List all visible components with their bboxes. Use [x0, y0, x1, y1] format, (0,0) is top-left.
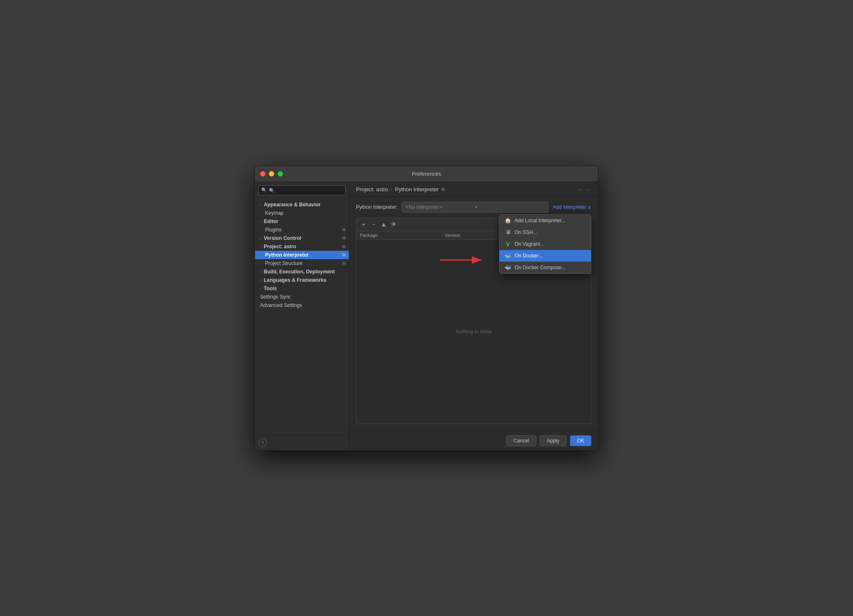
home-icon: 🏠: [505, 217, 511, 224]
chevron-right-icon: ›: [260, 286, 261, 291]
dropdown-item-label: On Docker Compose...: [515, 265, 566, 270]
plugins-badge-icon: ⊞: [342, 227, 346, 232]
back-button[interactable]: ←: [578, 186, 584, 193]
sidebar-item-label: Version Control: [264, 235, 301, 241]
sidebar-item-appearance[interactable]: › Appearance & Behavior: [255, 200, 349, 209]
interpreter-row: Python Interpreter: <No interpreter> ▾ A…: [349, 197, 598, 218]
add-interpreter-dropdown: 🏠 Add Local Interpreter... 🖥 On SSH... V…: [499, 214, 591, 274]
sidebar-item-project-structure[interactable]: Project Structure ⊞: [255, 259, 349, 268]
python-interpreter-badge-icon: ⊞: [342, 252, 346, 257]
sidebar-item-keymap[interactable]: Keymap: [255, 209, 349, 217]
title-bar: Preferences: [255, 166, 598, 182]
close-button[interactable]: [260, 171, 265, 177]
interpreter-select[interactable]: <No interpreter> ▾: [402, 202, 549, 213]
maximize-button[interactable]: [278, 171, 283, 177]
sidebar-item-tools[interactable]: › Tools: [255, 284, 349, 293]
cancel-button[interactable]: Cancel: [506, 435, 536, 446]
interpreter-label: Python Interpreter:: [356, 204, 398, 210]
project-badge-icon: ⊞: [342, 244, 346, 249]
sidebar-item-label: Tools: [264, 286, 277, 291]
breadcrumb: Project: astro › Python Interpreter ⊞: [356, 186, 445, 192]
chevron-down-icon: ›: [259, 246, 263, 247]
docker-icon: 🐳: [505, 252, 511, 259]
bottom-bar: Cancel Apply OK: [349, 431, 598, 450]
sidebar-item-settings-sync[interactable]: Settings Sync: [255, 293, 349, 301]
breadcrumb-settings-icon: ⊞: [441, 187, 445, 192]
col-package-header: Package: [360, 233, 445, 238]
dropdown-item-on-docker-compose[interactable]: 🐳 On Docker Compose...: [499, 262, 591, 273]
sidebar-item-label: Appearance & Behavior: [264, 202, 320, 208]
sidebar-item-label: Plugins: [265, 227, 281, 233]
add-interpreter-label: Add Interpreter: [553, 204, 586, 210]
sidebar-items: › Appearance & Behavior Keymap › Editor …: [255, 199, 349, 435]
sidebar-item-label: Advanced Settings: [260, 302, 302, 308]
remove-package-button[interactable]: −: [369, 220, 378, 229]
sidebar-item-label: Build, Execution, Deployment: [264, 269, 335, 275]
chevron-right-icon: ›: [260, 219, 261, 224]
sidebar-item-label: Python Interpreter: [265, 252, 309, 258]
vagrant-icon: V: [505, 241, 511, 247]
up-button[interactable]: ▲: [379, 220, 388, 229]
search-box[interactable]: 🔍: [258, 185, 346, 195]
select-dropdown-arrow-icon: ▾: [475, 205, 545, 209]
empty-state-text: Nothing to show: [455, 329, 492, 335]
sidebar-bottom: ?: [255, 435, 349, 450]
sidebar-item-label: Languages & Frameworks: [264, 277, 326, 283]
preferences-window: Preferences 🔍 › Appearance & Behavior Ke…: [255, 166, 598, 451]
sidebar-item-label: Editor: [264, 218, 278, 224]
ok-button[interactable]: OK: [570, 435, 591, 446]
sidebar-item-version-control[interactable]: › Version Control ⊞: [255, 234, 349, 242]
sidebar-item-python-interpreter[interactable]: Python Interpreter ⊞: [255, 251, 349, 259]
dropdown-item-label: On Vagrant...: [515, 241, 544, 247]
sidebar-item-build-exec[interactable]: › Build, Execution, Deployment: [255, 268, 349, 276]
add-package-button[interactable]: +: [359, 220, 368, 229]
minimize-button[interactable]: [269, 171, 274, 177]
interpreter-value: <No interpreter>: [406, 204, 475, 210]
main-content: Project: astro › Python Interpreter ⊞ ← …: [349, 182, 598, 450]
chevron-right-icon: ›: [260, 278, 261, 282]
show-details-button[interactable]: 👁: [389, 220, 398, 229]
breadcrumb-current: Python Interpreter: [395, 186, 439, 192]
chevron-right-icon: ›: [260, 236, 261, 240]
main-header: Project: astro › Python Interpreter ⊞ ← …: [349, 182, 598, 197]
project-structure-badge-icon: ⊞: [342, 261, 346, 265]
sidebar: 🔍 › Appearance & Behavior Keymap › Edito…: [255, 182, 349, 450]
dropdown-item-add-local[interactable]: 🏠 Add Local Interpreter...: [499, 215, 591, 226]
sidebar-item-label: Keymap: [265, 210, 283, 216]
forward-button[interactable]: →: [585, 186, 591, 193]
sidebar-item-label: Project Structure: [265, 260, 302, 266]
sidebar-item-languages[interactable]: › Languages & Frameworks: [255, 276, 349, 284]
breadcrumb-separator: ›: [391, 186, 393, 192]
version-control-badge-icon: ⊞: [342, 236, 346, 240]
dropdown-item-label: On SSH...: [515, 229, 537, 235]
add-interpreter-chevron-icon: ∨: [588, 204, 591, 210]
docker-compose-icon: 🐳: [505, 264, 511, 271]
dropdown-item-on-docker[interactable]: 🐳 On Docker...: [499, 250, 591, 262]
dropdown-item-label: On Docker...: [515, 253, 543, 259]
dropdown-item-label: Add Local Interpreter...: [515, 218, 565, 224]
search-icon: 🔍: [261, 187, 267, 193]
chevron-right-icon: ›: [260, 270, 261, 274]
add-interpreter-button[interactable]: Add Interpreter ∨: [553, 204, 591, 210]
dropdown-item-on-ssh[interactable]: 🖥 On SSH...: [499, 226, 591, 238]
dropdown-item-on-vagrant[interactable]: V On Vagrant...: [499, 238, 591, 250]
sidebar-item-label: Settings Sync: [260, 294, 291, 300]
sidebar-item-project-astro[interactable]: › Project: astro ⊞: [255, 242, 349, 251]
nav-arrows: ← →: [578, 186, 591, 193]
search-input[interactable]: [269, 188, 343, 193]
traffic-lights: [260, 171, 283, 177]
apply-button[interactable]: Apply: [540, 435, 567, 446]
sidebar-item-editor[interactable]: › Editor: [255, 217, 349, 226]
sidebar-item-label: Project: astro: [264, 244, 296, 250]
breadcrumb-project: Project: astro: [356, 186, 388, 192]
sidebar-item-plugins[interactable]: Plugins ⊞: [255, 226, 349, 234]
chevron-right-icon: ›: [260, 203, 261, 207]
window-title: Preferences: [412, 171, 441, 177]
sidebar-item-advanced-settings[interactable]: Advanced Settings: [255, 301, 349, 309]
help-button[interactable]: ?: [258, 439, 267, 447]
ssh-icon: 🖥: [505, 229, 511, 236]
